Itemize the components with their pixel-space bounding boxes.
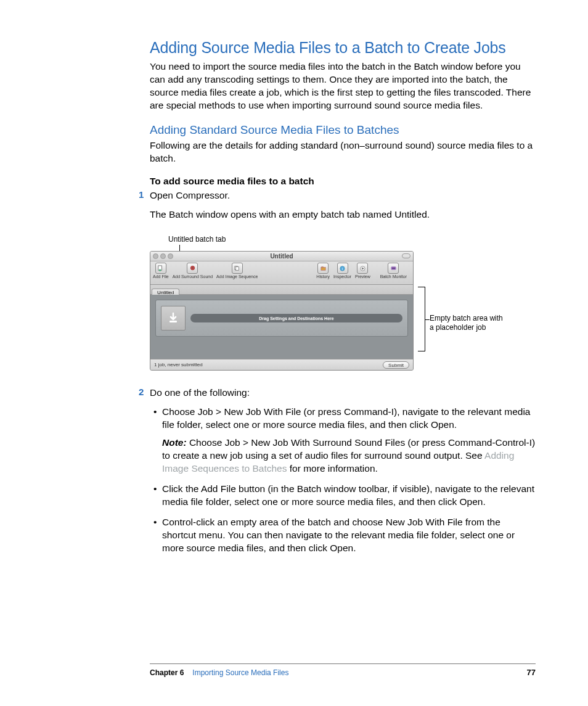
drop-zone[interactable]: Drag Settings and Destinations Here	[190, 314, 402, 322]
note: Note: Choose Job > New Job With Surround…	[162, 437, 536, 475]
svg-point-2	[192, 267, 193, 268]
traffic-lights[interactable]	[153, 253, 173, 259]
chapter-label: Chapter 6	[150, 668, 184, 677]
figure: Untitled batch tab Untitled Add File Add…	[150, 235, 536, 371]
step-text: Open Compressor.	[150, 190, 230, 200]
history-icon	[317, 263, 329, 274]
chapter-title: Importing Source Media Files	[192, 668, 288, 677]
add-file-button[interactable]: Add File	[153, 263, 169, 279]
subsection-heading: Adding Standard Source Media Files to Ba…	[150, 123, 536, 137]
batch-area[interactable]: Drag Settings and Destinations Here	[150, 295, 413, 359]
placeholder-job[interactable]: Drag Settings and Destinations Here	[155, 300, 408, 337]
callout-bracket	[418, 287, 425, 351]
list-item: Control-click an empty area of the batch…	[162, 516, 536, 555]
status-bar: 1 job, never submitted Submit	[150, 359, 413, 370]
svg-rect-6	[321, 267, 323, 268]
batch-window: Untitled Add File Add Surround Sound Add…	[150, 251, 414, 371]
preview-button[interactable]: Preview	[355, 263, 370, 279]
status-text: 1 job, never submitted	[154, 362, 203, 367]
inspector-icon: i	[337, 263, 348, 274]
step-2: 2 Do one of the following:	[150, 387, 536, 400]
callout-text: Untitled batch tab	[168, 235, 226, 244]
source-thumbnail[interactable]	[161, 306, 186, 330]
callout-batch-area: Empty batch area with a placeholder job	[430, 314, 528, 332]
batch-monitor-button[interactable]: Batch Monitor	[380, 263, 407, 279]
step-1: 1 Open Compressor.	[150, 189, 536, 202]
inspector-button[interactable]: i Inspector	[333, 263, 351, 279]
intro-paragraph: You need to import the source media file…	[150, 60, 536, 112]
add-image-sequence-button[interactable]: Add Image Sequence	[216, 263, 258, 279]
toolbar: Add File Add Surround Sound Add Image Se…	[150, 261, 413, 285]
callout-leader-line	[179, 245, 180, 251]
callout-untitled-tab: Untitled batch tab	[168, 235, 226, 244]
section-heading: Adding Source Media Files to a Batch to …	[150, 38, 536, 57]
add-surround-sound-button[interactable]: Add Surround Sound	[173, 263, 213, 279]
window-titlebar: Untitled	[150, 252, 413, 261]
list-item: Click the Add File button (in the Batch …	[162, 483, 536, 509]
window-title: Untitled	[150, 252, 413, 261]
subsection-intro: Following are the details for adding sta…	[150, 139, 536, 165]
step-number: 2	[139, 387, 144, 397]
surround-sound-icon	[187, 263, 198, 274]
image-sequence-icon	[232, 263, 243, 274]
list-item: Choose Job > New Job With File (or press…	[162, 406, 536, 475]
toolbar-toggle-icon[interactable]	[402, 253, 410, 258]
svg-rect-4	[236, 267, 239, 271]
step-1-result: The Batch window opens with an empty bat…	[150, 208, 536, 221]
task-title: To add source media files to a batch	[150, 175, 536, 188]
history-button[interactable]: History	[316, 263, 330, 279]
submit-button[interactable]: Submit	[383, 361, 409, 369]
svg-rect-11	[392, 267, 396, 269]
batch-monitor-icon	[388, 263, 399, 274]
step-text: Do one of the following:	[150, 387, 250, 398]
add-file-icon	[155, 263, 166, 274]
page-number: 77	[527, 668, 536, 677]
note-label: Note:	[162, 437, 187, 448]
preview-icon	[357, 263, 368, 274]
svg-rect-12	[169, 321, 177, 322]
page-footer: Chapter 6 Importing Source Media Files 7…	[150, 663, 536, 677]
step-number: 1	[139, 189, 144, 200]
tab-row: Untitled	[150, 285, 413, 295]
